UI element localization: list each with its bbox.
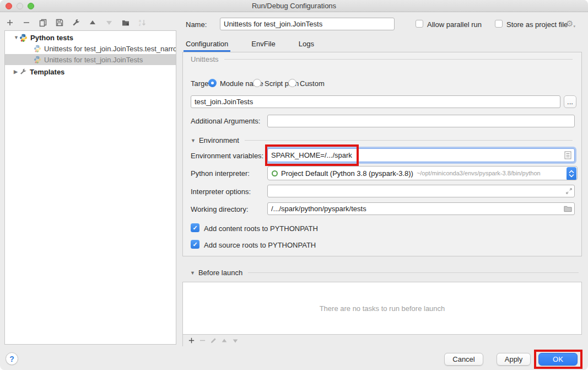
edit-templates-icon[interactable] — [72, 18, 80, 27]
edit-task-icon — [209, 337, 217, 345]
python-test-icon — [34, 45, 41, 52]
configuration-tabs: Configuration EnvFile Logs — [184, 37, 316, 52]
title-bar: Run/Debug Configurations — [0, 0, 588, 12]
python-interpreter-path: ~/opt/miniconda3/envs/pyspark-3.8/bin/py… — [417, 170, 541, 176]
target-input[interactable] — [191, 95, 560, 108]
svg-text:a: a — [139, 19, 141, 23]
python-test-icon — [34, 56, 41, 63]
before-launch-header[interactable]: ▼ Before launch — [190, 269, 579, 277]
help-button[interactable]: ? — [6, 352, 18, 365]
sort-alphabetically-icon: az — [138, 18, 147, 27]
additional-arguments-input[interactable] — [267, 115, 575, 127]
add-source-roots-checkbox[interactable]: ✓ — [191, 240, 199, 249]
configurations-tree: ▼ Python tests Unittests for test_join.J… — [4, 30, 176, 345]
chevron-down-icon[interactable]: ▼ — [14, 35, 19, 40]
tree-item-label: Unittests for test_join.JoinTests.test_n… — [44, 45, 176, 53]
divider — [248, 272, 579, 273]
apply-button[interactable]: Apply — [497, 353, 531, 366]
configurations-toolbar: az — [6, 17, 154, 28]
environment-variables-label: Environment variables: — [191, 152, 263, 160]
conda-environment-icon — [272, 170, 278, 176]
wrench-icon — [19, 68, 27, 76]
ok-button[interactable]: OK — [538, 353, 578, 366]
tab-configuration[interactable]: Configuration — [184, 37, 230, 52]
move-task-up-icon — [220, 337, 228, 345]
move-up-icon[interactable] — [88, 18, 97, 27]
tree-item-label: Unittests for test_join.JoinTests — [44, 56, 143, 64]
before-launch-empty-text: There are no tasks to run before launch — [320, 304, 445, 313]
python-tests-icon — [19, 34, 28, 42]
divider — [224, 59, 573, 60]
before-launch-label: Before launch — [198, 269, 242, 277]
gear-icon[interactable]: ⚙▾ — [566, 19, 575, 29]
chevron-down-icon[interactable]: ▼ — [191, 138, 196, 143]
tree-item-templates[interactable]: ▶ Templates — [5, 66, 176, 77]
remove-task-icon — [198, 337, 206, 345]
name-label: Name: — [186, 20, 207, 29]
new-folder-icon[interactable] — [121, 18, 130, 27]
copy-configuration-icon[interactable] — [39, 18, 47, 27]
add-source-roots-label: Add source roots to PYTHONPATH — [204, 241, 316, 249]
svg-text:z: z — [139, 23, 141, 26]
environment-variables-input[interactable] — [267, 148, 575, 162]
store-as-project-file-checkbox[interactable] — [495, 20, 503, 28]
chevron-down-icon[interactable]: ▼ — [190, 270, 195, 276]
radio-custom[interactable] — [288, 79, 296, 87]
allow-parallel-run-label: Allow parallel run — [427, 20, 482, 29]
environment-section-header[interactable]: ▼ Environment — [191, 136, 573, 144]
dropdown-stepper-icon[interactable] — [567, 167, 576, 180]
add-content-roots-checkbox[interactable]: ✓ — [191, 223, 199, 232]
configuration-panel: Unittests Target: Module name Script pat… — [182, 52, 582, 256]
add-content-roots-label: Add content roots to PYTHONPATH — [204, 224, 318, 233]
folder-icon[interactable] — [564, 202, 572, 215]
python-interpreter-value: Project Default (Python 3.8 (pyspark-3.8… — [281, 169, 413, 178]
radio-module-name[interactable] — [208, 79, 217, 87]
tree-item-unittests-jointests[interactable]: Unittests for test_join.JoinTests — [5, 54, 176, 65]
interpreter-options-label: Interpreter options: — [191, 187, 251, 196]
chevron-right-icon[interactable]: ▶ — [14, 69, 19, 74]
tree-item-unittests-narrow[interactable]: Unittests for test_join.JoinTests.test_n… — [5, 43, 176, 54]
tab-logs[interactable]: Logs — [296, 37, 316, 52]
before-launch-task-list[interactable]: There are no tasks to run before launch — [182, 282, 582, 335]
remove-configuration-icon[interactable] — [22, 18, 31, 27]
unittests-group-header: Unittests — [191, 55, 573, 63]
add-configuration-icon[interactable] — [6, 18, 14, 27]
name-input[interactable] — [220, 18, 395, 30]
tab-envfile[interactable]: EnvFile — [249, 37, 277, 52]
allow-parallel-run-checkbox[interactable] — [416, 20, 423, 28]
browse-variables-icon[interactable] — [564, 148, 571, 162]
before-launch-toolbar — [182, 335, 582, 346]
python-interpreter-select[interactable]: Project Default (Python 3.8 (pyspark-3.8… — [267, 166, 578, 180]
store-as-project-file-label: Store as project file — [506, 20, 568, 29]
unittests-group-label: Unittests — [191, 55, 219, 63]
cancel-button[interactable]: Cancel — [444, 353, 483, 366]
save-configuration-icon[interactable] — [55, 18, 64, 27]
add-task-icon[interactable] — [187, 337, 195, 345]
move-down-icon — [105, 18, 114, 27]
working-directory-input[interactable] — [267, 202, 575, 215]
expand-field-icon[interactable] — [565, 185, 573, 197]
browse-target-button[interactable]: ... — [564, 95, 576, 108]
move-task-down-icon — [231, 337, 239, 345]
tree-item-label: Python tests — [30, 34, 73, 42]
additional-arguments-label: Additional Arguments: — [191, 117, 260, 125]
window-title: Run/Debug Configurations — [0, 0, 588, 12]
divider — [245, 140, 573, 141]
radio-script-path[interactable] — [253, 79, 261, 87]
tree-item-label: Templates — [30, 68, 64, 76]
run-debug-configurations-dialog: Run/Debug Configurations az ▼ Pyt — [0, 0, 588, 370]
tree-item-python-tests[interactable]: ▼ Python tests — [5, 32, 176, 43]
interpreter-options-input[interactable] — [267, 185, 575, 197]
working-directory-label: Working directory: — [191, 205, 249, 213]
environment-section-label: Environment — [199, 136, 239, 144]
python-interpreter-label: Python interpreter: — [191, 169, 250, 178]
radio-custom-label: Custom — [300, 79, 325, 88]
